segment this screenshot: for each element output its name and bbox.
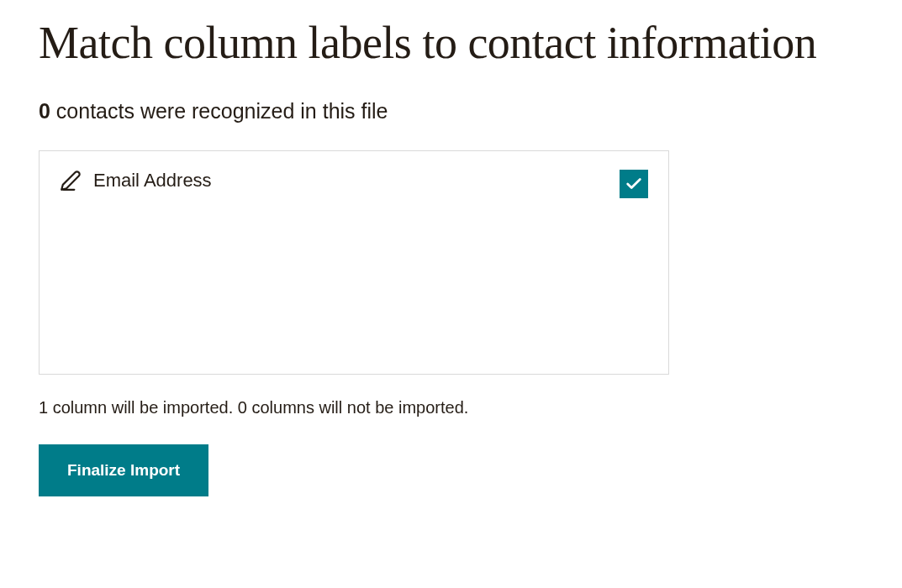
column-label: Email Address [93,170,212,192]
column-header: Email Address [60,170,648,192]
import-summary: 1 column will be imported. 0 columns wil… [39,398,863,417]
finalize-import-button[interactable]: Finalize Import [39,444,208,496]
check-badge [620,170,648,198]
edit-icon[interactable] [60,170,82,192]
page-title: Match column labels to contact informati… [39,17,863,69]
status-line: 0 contacts were recognized in this file [39,97,863,125]
status-text: contacts were recognized in this file [56,99,388,123]
column-card: Email Address [39,150,669,375]
recognized-count: 0 [39,99,50,123]
